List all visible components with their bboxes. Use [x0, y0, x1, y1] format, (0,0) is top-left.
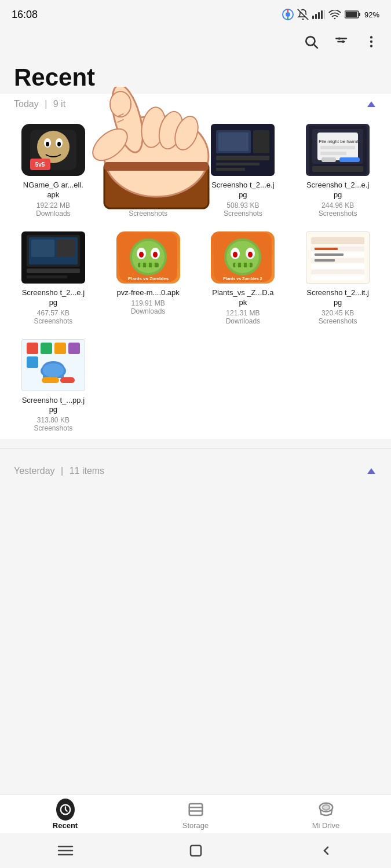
svg-rect-83 — [146, 263, 149, 267]
bottom-nav: Recent Storage Mi Drive — [0, 794, 391, 833]
page-title: Recent — [14, 64, 377, 91]
file-item[interactable]: 5v5 NGame_G ar...ell.apk 192.22 MB Downl… — [7, 117, 100, 225]
file-name: Screensho t_2...it.jpg — [306, 288, 370, 308]
file-size: 467.57 KB — [37, 309, 70, 317]
svg-rect-73 — [27, 275, 67, 278]
svg-rect-71 — [56, 240, 75, 257]
search-button[interactable] — [303, 34, 319, 50]
svg-rect-64 — [321, 157, 336, 162]
svg-point-39 — [57, 142, 61, 146]
svg-rect-112 — [54, 343, 66, 354]
file-thumbnail — [21, 231, 85, 284]
svg-rect-94 — [235, 263, 238, 267]
file-item[interactable]: Screensho t_2...e.jpg 467.57 KB Screensh… — [7, 225, 100, 332]
svg-rect-134 — [191, 845, 201, 856]
battery-icon — [345, 10, 361, 19]
today-meta: Today | 9 it — [14, 99, 65, 109]
midrive-nav-icon — [317, 800, 335, 819]
svg-rect-121 — [60, 377, 75, 383]
svg-text:5v5: 5v5 — [35, 161, 45, 168]
svg-rect-120 — [42, 377, 59, 383]
nav-item-storage[interactable]: Storage — [173, 800, 219, 830]
svg-rect-107 — [311, 270, 364, 274]
svg-text:Plants vs Zombies 2: Plants vs Zombies 2 — [224, 277, 262, 281]
svg-point-19 — [370, 41, 372, 43]
svg-rect-105 — [315, 259, 335, 262]
file-thumbnail: Plants vs Zombies 2 — [211, 231, 275, 284]
status-icons: 92% — [282, 9, 379, 20]
svg-point-1 — [286, 12, 290, 17]
file-name: NGame_G ar...ell.apk — [21, 181, 85, 200]
empty-cell — [102, 332, 195, 440]
file-item[interactable]: Screensho t_2...it.jpg 320.45 KB Screens… — [291, 225, 384, 332]
svg-text:Plants vs Zombies: Plants vs Zombies — [128, 276, 169, 281]
svg-point-80 — [153, 252, 158, 258]
file-size: 119.91 MB — [131, 299, 165, 307]
svg-point-91 — [233, 252, 237, 258]
file-location: Screenshots — [319, 209, 357, 218]
more-button[interactable] — [363, 34, 379, 50]
filter-button[interactable] — [333, 34, 349, 50]
file-item[interactable]: Plants vs Zombies pvz-free-m....0.apk 11… — [102, 225, 195, 332]
svg-rect-44 — [122, 138, 162, 141]
today-section-header: Today | 9 it — [0, 94, 391, 117]
file-thumbnail — [21, 339, 85, 391]
yesterday-collapse-button[interactable] — [366, 465, 377, 477]
svg-rect-43 — [122, 129, 175, 136]
svg-rect-55 — [216, 156, 269, 160]
svg-rect-82 — [140, 263, 143, 267]
svg-rect-110 — [27, 343, 38, 354]
file-location: Screenshots — [34, 317, 73, 325]
svg-rect-10 — [359, 13, 360, 16]
svg-rect-48 — [122, 159, 159, 162]
file-item[interactable]: Screensho t_...pp.jpg 313.80 KB Screensh… — [7, 332, 100, 440]
file-grid-row3: Screensho t_...pp.jpg 313.80 KB Screensh… — [0, 332, 391, 440]
svg-text:⚠ File might be harmful: ⚠ File might be harmful — [313, 139, 362, 144]
today-separator: | — [45, 99, 47, 109]
svg-rect-70 — [31, 240, 54, 257]
nav-item-midrive[interactable]: Mi Drive — [303, 800, 349, 830]
file-name: Screensho t_2...e.jpg — [116, 181, 180, 200]
svg-point-18 — [370, 36, 372, 38]
svg-point-16 — [338, 37, 341, 39]
nav-item-recent[interactable]: Recent — [42, 800, 89, 830]
file-item[interactable]: Plants vs Zombies 2 Plants_vs _Z...D.apk… — [197, 225, 290, 332]
svg-rect-53 — [218, 133, 249, 151]
file-thumbnail: ⚠ File might be harmful — [306, 124, 370, 176]
file-grid-row2: Screensho t_2...e.jpg 467.57 KB Screensh… — [0, 225, 391, 332]
svg-point-119 — [43, 363, 64, 377]
svg-rect-56 — [216, 163, 260, 165]
svg-point-17 — [342, 41, 344, 43]
svg-rect-57 — [216, 168, 245, 171]
today-collapse-button[interactable] — [366, 98, 377, 110]
svg-rect-50 — [122, 170, 145, 172]
chrome-icon — [282, 9, 294, 20]
svg-rect-45 — [122, 144, 156, 146]
svg-rect-114 — [27, 356, 38, 368]
battery-percentage: 92% — [364, 10, 379, 19]
yesterday-separator: | — [61, 466, 63, 476]
svg-rect-66 — [312, 166, 363, 172]
recent-nav-label: Recent — [53, 821, 78, 830]
home-button[interactable] — [181, 836, 210, 865]
svg-rect-103 — [315, 253, 344, 256]
today-count: 9 it — [53, 99, 65, 109]
svg-rect-124 — [189, 804, 202, 815]
file-item[interactable]: ⚠ File might be harmful Screensho t_2...… — [291, 117, 384, 225]
file-location: Downloads — [226, 317, 260, 325]
file-location: Screenshots — [224, 209, 262, 218]
svg-point-92 — [248, 252, 253, 258]
svg-rect-96 — [247, 263, 250, 267]
file-name: Screensho t_...pp.jpg — [21, 396, 85, 415]
mute-icon — [297, 9, 309, 20]
empty-cell — [197, 332, 290, 440]
file-item[interactable]: Screensho t_2...e.jpg 397.53 KB Screensh… — [102, 117, 195, 225]
svg-point-20 — [370, 45, 372, 47]
file-item[interactable]: Screensho t_2...e.jpg 508.93 KB Screensh… — [197, 117, 290, 225]
back-button[interactable] — [312, 836, 341, 865]
today-section: Today | 9 it — [0, 94, 391, 439]
yesterday-section-header: Yesterday | 11 items — [0, 458, 391, 484]
menu-button[interactable] — [51, 836, 80, 865]
svg-rect-5 — [318, 12, 320, 19]
svg-rect-11 — [345, 12, 357, 17]
